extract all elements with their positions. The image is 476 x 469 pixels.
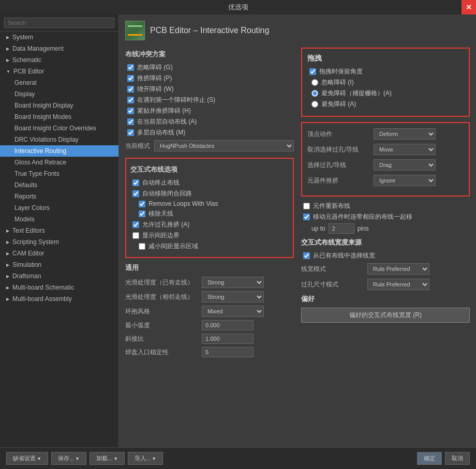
sidebar-item-gloss-and-retrace[interactable]: Gloss And Retrace — [0, 157, 118, 168]
default-settings-label: 缺省设置 — [13, 455, 36, 462]
radio-avoid-obs-grid: 避免障碍（捕捉栅格）(A) — [307, 89, 464, 98]
checkbox-stop-at-first-label: 在遇到第一个障碍时停止 (S) — [137, 96, 215, 104]
checkbox-reduce-clearance: 减小间距显示区域 — [130, 242, 289, 251]
sidebar-label: PCB Editor — [13, 68, 44, 75]
smooth-existing-row: 光滑处理度（已有走线） StrongMediumWeakOff — [125, 277, 294, 288]
sidebar-item-schematic[interactable]: ▶ Schematic — [0, 54, 118, 66]
expand-icon: ▶ — [6, 47, 9, 51]
sidebar-label: System — [12, 34, 33, 41]
checkbox-show-clearance-input[interactable] — [132, 232, 139, 239]
sidebar-item-drc-violations-display[interactable]: DRC Violations Display — [0, 134, 118, 145]
sidebar-item-reports[interactable]: Reports — [0, 191, 118, 202]
radio-avoid-obs-input[interactable] — [311, 101, 318, 108]
save-arrow-icon: ▼ — [75, 456, 80, 461]
deselect-via-select[interactable]: MoveDragIgnore — [374, 144, 436, 155]
sidebar-item-system[interactable]: ▶ System — [0, 32, 118, 43]
checkbox-component-reroute-label: 元件重新布线 — [313, 202, 350, 210]
expand-icon: ▶ — [6, 229, 9, 233]
main-panel: PCB Editor – Interactive Routing 布线冲突方案 … — [119, 14, 476, 447]
sidebar-label: DRC Violations Display — [14, 136, 79, 143]
checkbox-stop-at-first-input[interactable] — [127, 97, 134, 103]
sidebar-label: True Type Fonts — [14, 170, 60, 177]
sidebar-label: Gloss And Retrace — [14, 159, 66, 166]
deselect-via-row: 取消选择过孔/导线 MoveDragIgnore — [307, 144, 464, 155]
width-source-section: 交互式布线宽度来源 从已有布线中选择线宽 线宽模式 Rule Preferred… — [301, 238, 470, 290]
component-push-select[interactable]: IgnorePushMove — [374, 175, 436, 186]
pad-entry-input[interactable] — [202, 347, 254, 357]
sidebar-item-layer-colors[interactable]: Layer Colors — [0, 202, 118, 214]
sidebar-item-cam-editor[interactable]: ▶ CAM Editor — [0, 248, 118, 259]
checkbox-auto-remove-loops: 自动移除闭合回路 — [130, 189, 289, 198]
sidebar-item-display[interactable]: Display — [0, 88, 118, 100]
ok-button[interactable]: 确定 — [417, 452, 442, 465]
mode-select[interactable]: HugNPush Obstacles Ignore Obstacles Push… — [154, 140, 294, 152]
checkbox-auto-terminate: 自动终止布线 — [130, 178, 289, 187]
select-via-select[interactable]: DragMoveIgnore — [374, 159, 436, 171]
checkbox-remove-loops-vias-input[interactable] — [139, 201, 145, 207]
load-button[interactable]: 加载... ▼ — [90, 452, 125, 465]
min-arc-label: 最小弧度 — [125, 321, 198, 330]
smooth-neighbor-select[interactable]: StrongMediumWeakOff — [202, 291, 264, 302]
checkbox-preserve-angle-input[interactable] — [309, 68, 316, 75]
sidebar-item-simulation[interactable]: ▶ Simulation — [0, 259, 118, 270]
sidebar-item-data-management[interactable]: ▶ Data Management — [0, 43, 118, 54]
sidebar-item-pcb-editor[interactable]: ▼ PCB Editor — [0, 66, 118, 77]
checkbox-ignore-obstacles-input[interactable] — [127, 64, 134, 71]
checkbox-remove-loops-vias: Remove Loops With Vias — [130, 200, 289, 207]
width-mode-select[interactable]: Rule Preferred Rule Minimum Rule Maximum… — [367, 263, 429, 275]
sidebar-item-models[interactable]: Models — [0, 214, 118, 225]
sidebar-item-scripting-system[interactable]: ▶ Scripting System — [0, 236, 118, 248]
checkbox-ignore-obstacles-label: 忽略障碍 (G) — [137, 63, 173, 72]
radio-ignore-obs-input[interactable] — [311, 79, 318, 86]
checkbox-auto-current-input[interactable] — [127, 118, 134, 125]
radio-avoid-obs-grid-input[interactable] — [311, 90, 318, 97]
checkbox-auto-multilayer-input[interactable] — [127, 129, 134, 136]
checkbox-auto-terminate-input[interactable] — [132, 179, 139, 186]
checkbox-push-obstacles: 推挤障碍 (P) — [125, 74, 294, 83]
up-to-input[interactable] — [329, 223, 354, 234]
sidebar-item-interactive-routing[interactable]: Interactive Routing — [0, 145, 118, 157]
save-button[interactable]: 保存... ▼ — [51, 452, 86, 465]
sidebar-item-general[interactable]: General — [0, 77, 118, 88]
checkbox-reduce-clearance-input[interactable] — [139, 243, 145, 250]
import-button[interactable]: 导入... ▼ — [128, 452, 163, 465]
interactive-routing-title: 交互式布线选项 — [130, 165, 289, 174]
sidebar-item-text-editors[interactable]: ▶ Text Editors — [0, 225, 118, 236]
sidebar-item-defaults[interactable]: Defaults — [0, 179, 118, 191]
sidebar-item-board-insight-modes[interactable]: Board Insight Modes — [0, 111, 118, 123]
checkbox-hug-push-input[interactable] — [127, 108, 134, 114]
checkbox-component-reroute-input[interactable] — [303, 203, 310, 209]
checkbox-show-clearance: 显示间距边界 — [130, 231, 289, 240]
sidebar-label: Board Insight Color Overrides — [14, 125, 96, 132]
checkbox-pick-from-existing-input[interactable] — [303, 252, 310, 259]
close-button[interactable]: ✕ — [462, 0, 476, 14]
sidebar-item-true-type-fonts[interactable]: True Type Fonts — [0, 168, 118, 179]
sidebar-item-board-insight-display[interactable]: Board Insight Display — [0, 100, 118, 111]
sidebar-item-multi-board-schematic[interactable]: ▶ Multi-board Schematic — [0, 282, 118, 293]
cancel-button[interactable]: 取消 — [445, 452, 470, 465]
width-source-title: 交互式布线宽度来源 — [301, 238, 470, 247]
sidebar-item-draftsman[interactable]: ▶ Draftsman — [0, 270, 118, 282]
default-settings-button[interactable]: 缺省设置 ▼ — [6, 452, 48, 465]
smooth-existing-select[interactable]: StrongMediumWeakOff — [202, 277, 264, 288]
checkbox-move-with-routing-input[interactable] — [303, 214, 310, 220]
checkbox-remove-dangling-input[interactable] — [139, 210, 145, 217]
via-mode-select[interactable]: Rule Preferred Rule Minimum Rule Maximum… — [367, 279, 429, 290]
checkbox-push-obstacles-input[interactable] — [127, 75, 134, 82]
sidebar-item-multi-board-assembly[interactable]: ▶ Multi-board Assembly — [0, 293, 118, 305]
checkbox-move-with-routing-label: 移动元器件时连带相应的布线一起移 — [313, 213, 412, 221]
min-arc-input[interactable] — [202, 320, 254, 330]
pad-entry-label: 焊盘入口稳定性 — [125, 348, 198, 357]
radio-avoid-obs-grid-label: 避免障碍（捕捉栅格）(A) — [321, 89, 392, 98]
prefer-width-button[interactable]: 偏好的交互式布线宽度 (R) — [301, 308, 470, 323]
checkbox-allow-via-pushing-input[interactable] — [132, 221, 139, 228]
sidebar-item-board-insight-color-overrides[interactable]: Board Insight Color Overrides — [0, 123, 118, 134]
expand-icon: ▶ — [6, 240, 9, 245]
vertex-action-select[interactable]: DeformMoveIgnore — [374, 128, 436, 140]
checkbox-auto-remove-loops-input[interactable] — [132, 190, 139, 197]
checkbox-walkaround-input[interactable] — [127, 86, 134, 93]
miter-ratio-input[interactable] — [202, 334, 254, 344]
hug-style-select[interactable]: Mixed45 DegreeRounded — [202, 306, 264, 317]
search-box — [0, 14, 118, 32]
search-input[interactable] — [4, 18, 114, 28]
